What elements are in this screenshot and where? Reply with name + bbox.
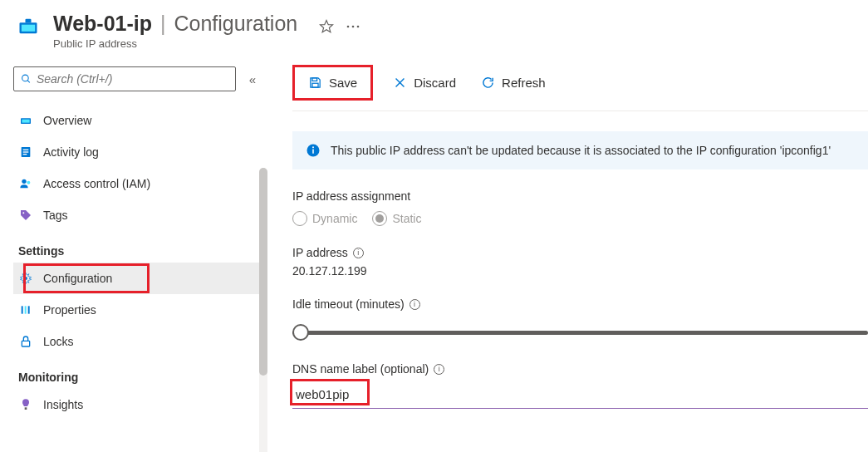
svg-rect-1: [22, 25, 35, 32]
sidebar-item-properties[interactable]: Properties: [13, 294, 266, 326]
svg-rect-21: [28, 306, 30, 313]
svg-marker-3: [321, 20, 333, 32]
svg-point-7: [22, 75, 29, 81]
svg-point-16: [27, 181, 30, 184]
svg-rect-25: [312, 83, 318, 87]
svg-rect-10: [22, 120, 29, 123]
more-actions-icon[interactable]: [346, 24, 360, 29]
svg-rect-22: [22, 341, 29, 346]
sidebar-item-activity-log[interactable]: Activity log: [13, 136, 266, 168]
svg-point-30: [312, 146, 314, 148]
info-icon: [306, 143, 321, 158]
info-help-icon[interactable]: i: [353, 248, 364, 258]
slider-thumb[interactable]: [292, 324, 309, 341]
sidebar-item-label: Locks: [43, 335, 74, 348]
sidebar-item-label: Properties: [43, 303, 96, 317]
radio-static: Static: [372, 211, 421, 226]
svg-point-5: [352, 25, 355, 27]
resource-type-subtitle: Public IP address: [53, 37, 360, 50]
public-ip-icon: [15, 13, 42, 40]
field-ip-assignment: IP address assignment Dynamic Static: [292, 189, 868, 226]
radio-circle: [292, 211, 307, 226]
sidebar: « Overview Activity log Access control (…: [0, 58, 266, 452]
sidebar-item-overview[interactable]: Overview: [13, 105, 266, 136]
svg-point-18: [24, 277, 27, 280]
page-header: Web-01-ip | Configuration Public IP addr…: [0, 0, 868, 58]
svg-rect-12: [23, 150, 29, 150]
sidebar-item-label: Access control (IAM): [43, 177, 150, 190]
svg-point-15: [22, 179, 26, 184]
toolbar: Save Discard Refresh: [292, 58, 868, 111]
svg-rect-20: [25, 306, 27, 313]
slider-track: [292, 331, 868, 335]
insights-icon: [18, 397, 33, 412]
discard-button[interactable]: Discard: [388, 72, 461, 93]
sidebar-item-tags[interactable]: Tags: [13, 199, 266, 231]
info-help-icon[interactable]: i: [409, 299, 420, 310]
radio-dynamic: Dynamic: [292, 211, 357, 226]
highlight-box: Save: [292, 65, 373, 101]
sidebar-item-locks[interactable]: Locks: [13, 326, 266, 357]
tags-icon: [18, 208, 33, 223]
dns-name-input[interactable]: [292, 382, 868, 406]
activity-log-icon: [18, 145, 33, 160]
locks-icon: [18, 334, 33, 349]
svg-point-6: [357, 25, 360, 27]
resource-name: Web-01-ip: [53, 12, 152, 36]
sidebar-item-label: Configuration: [43, 272, 112, 285]
sidebar-item-label: Tags: [43, 209, 68, 222]
svg-rect-14: [23, 154, 27, 155]
page-title: Configuration: [174, 12, 298, 36]
content-pane: Save Discard Refresh This public IP addr…: [266, 58, 868, 452]
sidebar-item-label: Insights: [43, 398, 83, 411]
info-help-icon[interactable]: i: [434, 364, 444, 375]
configuration-icon: [18, 271, 33, 286]
scrollbar-thumb[interactable]: [259, 168, 267, 376]
field-label: IP address: [292, 246, 348, 259]
svg-rect-2: [26, 19, 32, 23]
svg-rect-13: [23, 151, 29, 152]
svg-point-4: [347, 25, 350, 27]
sidebar-item-label: Overview: [43, 114, 91, 127]
overview-icon: [18, 113, 33, 128]
field-label: Idle timeout (minutes): [292, 297, 405, 311]
refresh-button[interactable]: Refresh: [476, 72, 551, 93]
ip-address-value: 20.127.12.199: [292, 264, 868, 278]
sidebar-scrollbar[interactable]: [259, 168, 267, 452]
sidebar-item-insights[interactable]: Insights: [13, 389, 266, 420]
access-control-icon: [18, 176, 33, 191]
favorite-star-icon[interactable]: [319, 19, 334, 34]
search-input[interactable]: [37, 72, 228, 86]
svg-rect-23: [25, 407, 27, 410]
banner-text: This public IP address can't be updated …: [331, 144, 831, 157]
sidebar-item-label: Activity log: [43, 145, 99, 159]
collapse-sidebar-icon[interactable]: «: [246, 69, 259, 90]
save-button[interactable]: Save: [303, 72, 362, 93]
sidebar-search[interactable]: [13, 66, 236, 91]
info-banner: This public IP address can't be updated …: [292, 131, 868, 170]
field-label: DNS name label (optional): [292, 362, 429, 376]
sidebar-section-settings: Settings: [13, 231, 266, 263]
field-idle-timeout: Idle timeout (minutes) i: [292, 297, 868, 342]
field-label: IP address assignment: [292, 189, 868, 203]
svg-rect-29: [312, 150, 314, 154]
svg-rect-24: [312, 78, 317, 81]
header-title-block: Web-01-ip | Configuration Public IP addr…: [53, 12, 360, 50]
radio-circle: [372, 211, 387, 226]
sidebar-section-monitoring: Monitoring: [13, 357, 266, 389]
svg-point-17: [22, 212, 24, 214]
title-separator: |: [160, 12, 166, 36]
properties-icon: [18, 302, 33, 317]
sidebar-item-configuration[interactable]: Configuration: [13, 263, 266, 294]
field-dns-label: DNS name label (optional) i: [292, 362, 868, 409]
field-ip-address: IP address i 20.127.12.199: [292, 246, 868, 278]
sidebar-item-access-control[interactable]: Access control (IAM): [13, 168, 266, 199]
svg-rect-19: [22, 306, 23, 313]
idle-timeout-slider[interactable]: [292, 322, 868, 342]
svg-line-8: [27, 81, 30, 83]
